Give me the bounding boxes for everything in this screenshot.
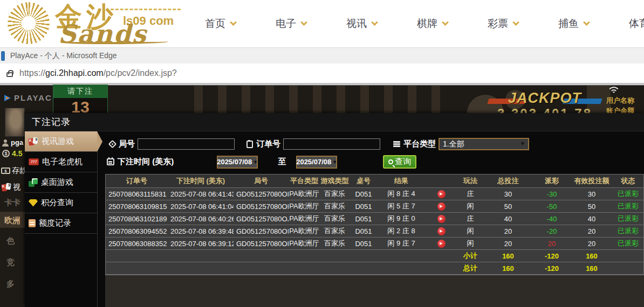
wifi-icon [607,87,621,95]
tag-icon [108,140,117,149]
search-icon [388,159,393,164]
nav-item-slots[interactable]: 电子 [276,17,306,31]
cell-order: 250708063094552 [106,227,168,235]
cell-time: 2025-07-08 06:41:04 [168,203,234,211]
replay-button[interactable]: ▶ [437,203,446,211]
cell-platform: PA欧洲厅 [289,226,320,236]
sidebar-item-table-games[interactable]: 桌面游戏 [25,172,97,193]
platform-type-value: 1.全部 [443,139,464,149]
cell-table-no: D051 [350,240,378,248]
cell-total-bet: 20 [483,240,533,248]
bet-records-modal: 下注记录 视讯游戏 电子老虎机 桌面游戏 积分查询 额度记录 [25,113,644,307]
replay-button[interactable]: ▶ [437,227,446,235]
cell-result: 闲 9 庄 0 [378,214,425,224]
date-from-picker[interactable]: 2025/07/08 [217,156,258,169]
video-menu-row[interactable]: 视 [2,183,20,192]
round-number-input[interactable] [138,138,235,150]
sidebar-item-live-games[interactable]: 视讯游戏 [25,131,97,152]
edge-urlbar[interactable]: https://gci.2hhapi.com/pc/pcv2/index.jsp… [0,64,644,83]
cell-time: 2025-07-08 06:39:12 [168,240,234,248]
col-header-round: 局号 [234,176,289,186]
nav-label: 棋牌 [417,17,437,31]
cell-valid-bet: 30 [571,190,613,198]
strip-item-multi[interactable]: 多 [6,279,15,289]
subtotal-valid-bet: 160 [571,252,613,260]
username-row: pga [2,138,23,146]
sidebar-item-slot-machines[interactable]: 电子老虎机 [25,152,97,172]
col-header-table-no: 桌号 [350,176,378,186]
nav-item-live[interactable]: 视讯 [346,17,377,31]
table-row: 250708063115831 2025-07-08 06:41:43 GD05… [106,188,643,200]
nav-label: 彩票 [488,17,508,31]
nav-label: 电子 [276,17,296,31]
nav-item-sports[interactable]: 体育 [629,17,644,31]
edge-titlebar: PlayAce - 个人 - Microsoft Edge [0,47,644,64]
calendar-icon [107,158,114,165]
cell-game: 百家乐 [320,214,350,224]
cell-valid-bet: 20 [571,240,613,248]
url-text[interactable]: https://gci.2hhapi.com/pc/pcv2/index.jsp… [19,68,177,78]
nav-item-fishing[interactable]: 捕鱼 [558,17,589,31]
col-header-time: 下注时间 (美东) [168,176,234,186]
lock-icon [6,72,13,77]
sidebar-item-quota-records[interactable]: 额度记录 [25,213,97,234]
strip-item-europe[interactable]: 欧洲 [4,215,20,226]
chevron-down-icon [512,19,519,26]
col-header-result: 结果 [378,176,425,186]
date-from-value: 2025/07/08 [217,158,252,166]
strip-item-color[interactable]: 色 [6,236,15,246]
replay-button[interactable]: ▶ [437,190,446,198]
cell-play: 庄 [457,189,483,199]
cell-round: GD051257080OJ [234,215,289,223]
platform-type-select[interactable]: 1.全部 [439,138,529,150]
strip-item-race[interactable]: 竞 [6,257,15,268]
col-header-total-bet: 总投注 [483,176,533,186]
replay-button[interactable]: ▶ [437,215,446,223]
grand-total-row: 总计 160 -120 160 [106,262,643,275]
cell-round: GD051257080OK [234,203,289,211]
sidebar-item-points-query[interactable]: 积分查询 [25,193,97,213]
cell-payout: -40 [533,215,571,223]
replay-button[interactable]: ▶ [437,240,446,248]
cell-round: GD051257080OH [234,240,289,248]
chevron-down-icon [300,19,307,26]
table-games-icon [29,178,38,187]
nav-label: 体育 [629,17,644,31]
col-header-valid-bet: 有效投注额 [571,176,613,186]
strip-item-card[interactable]: 卡卡 [4,198,20,208]
cell-game: 百家乐 [320,189,350,199]
nav-item-board[interactable]: 棋牌 [417,17,448,31]
nav-label: 视讯 [346,17,367,31]
order-number-input[interactable] [283,138,380,150]
order-number-label: 订单号 [256,139,280,149]
cell-table-no: D051 [350,203,378,211]
nav-item-lottery[interactable]: 彩票 [488,17,518,31]
cell-result: 闲 9 庄 7 [378,239,425,248]
cell-time: 2025-07-08 06:39:48 [168,227,234,235]
deposit-row[interactable]: 存款 [1,166,25,176]
cell-result: 闲 8 庄 4 [378,189,425,199]
cell-valid-bet: 20 [571,227,613,235]
modal-body: 视讯游戏 电子老虎机 桌面游戏 积分查询 额度记录 局号 [25,131,644,307]
cell-total-bet: 30 [483,190,533,198]
cell-order: 250708063109815 [106,203,168,211]
sidebar-item-label: 电子老虎机 [42,157,83,167]
subtotal-label: 小计 [457,251,483,261]
filter-row-1: 局号 订单号 平台类型 1.全部 [109,138,644,150]
nav-item-home[interactable]: 首页 [205,17,236,31]
cell-time: 2025-07-08 06:40:26 [168,215,234,223]
search-button[interactable]: 查询 [383,155,416,169]
col-header-payout: 派彩 [533,176,571,186]
date-to-picker[interactable]: 2025/07/08 [296,156,337,169]
table-row: 250708063102189 2025-07-08 06:40:26 GD05… [106,213,643,225]
nav-label: 捕鱼 [558,17,579,31]
balance-row: 4.5 [2,149,22,158]
cell-round: GD051257080OI [234,227,289,235]
cell-game: 百家乐 [320,226,350,236]
table-row: 250708063094552 2025-07-08 06:39:48 GD05… [106,225,643,238]
cell-order: 250708063102189 [106,215,168,223]
filter-row-2: 下注时间 (美东) 2025/07/08 至 2025/07/08 查询 [107,155,644,169]
table-row: 250708063109815 2025-07-08 06:41:04 GD05… [106,200,643,213]
cell-table-no: D051 [350,227,378,235]
grand-total-payout: -120 [533,264,571,273]
